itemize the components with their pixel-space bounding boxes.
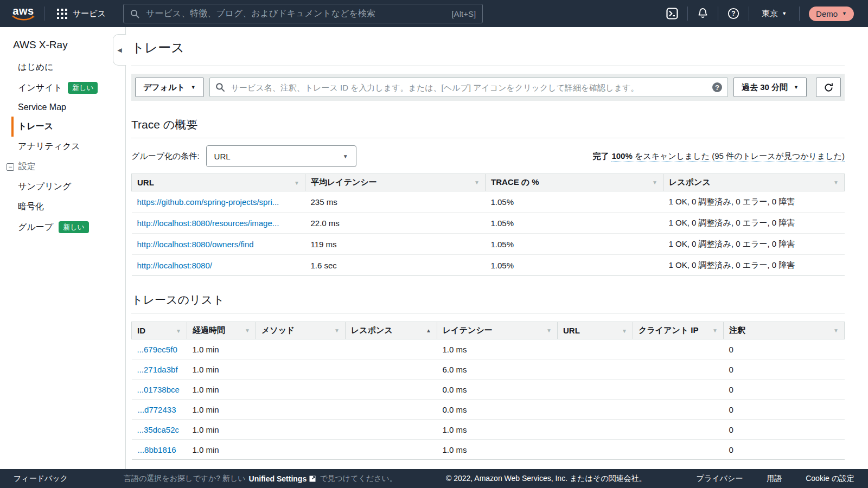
filter-help-icon[interactable]: ?	[712, 82, 722, 92]
group-by-value: URL	[214, 152, 231, 161]
sidebar-item-insights[interactable]: インサイト 新しい	[0, 78, 125, 98]
unified-settings-link[interactable]: Unified Settings	[249, 474, 317, 483]
sort-icon: ▼	[546, 328, 552, 333]
column-header-url[interactable]: URL▼	[132, 174, 305, 191]
column-header-response[interactable]: レスポンス▲	[346, 322, 437, 339]
column-label: レイテンシー	[443, 325, 493, 335]
column-header-latency[interactable]: レイテンシー▼	[437, 322, 558, 339]
terms-link[interactable]: 用語	[767, 474, 782, 484]
collapse-sidebar-button[interactable]: ◀	[113, 34, 126, 66]
column-label: レスポンス	[669, 177, 711, 187]
sidebar-item-label: アナリティクス	[18, 141, 80, 152]
column-label: URL	[563, 326, 580, 335]
global-search[interactable]: [Alt+S]	[123, 4, 483, 23]
footer-language-note: 言語の選択をお探しですか? 新しい Unified Settings で見つけて…	[124, 474, 397, 484]
sidebar-section-configuration[interactable]: − 設定	[0, 157, 125, 177]
feedback-link[interactable]: フィードバック	[14, 474, 68, 484]
url-link[interactable]: http://localhost:8080/owners/find	[137, 240, 254, 249]
sort-icon: ▼	[622, 328, 627, 334]
global-search-input[interactable]	[145, 8, 446, 19]
scan-status-detail[interactable]: 100% をスキャンしました (95 件のトレースが見つかりました)	[611, 151, 845, 162]
cell-url	[558, 380, 633, 400]
sidebar-item-label: サンプリング	[18, 181, 71, 192]
new-badge: 新しい	[59, 221, 89, 233]
scan-status: 完了100% をスキャンしました (95 件のトレースが見つかりました)	[592, 151, 845, 162]
trace-search-input[interactable]	[230, 82, 707, 93]
column-header-avg-latency[interactable]: 平均レイテンシー▼	[305, 174, 486, 191]
group-by-select[interactable]: URL ▼	[206, 145, 356, 167]
sidebar-item-label: グループ	[18, 222, 53, 233]
cell-url: http://localhost:8080/	[132, 255, 305, 276]
column-label: メソッド	[261, 325, 295, 335]
column-header-response[interactable]: レスポンス▼	[663, 174, 845, 191]
cell-client-ip	[633, 339, 724, 359]
column-label: 経過時間	[193, 325, 225, 335]
sort-icon: ▼	[245, 328, 250, 333]
title-divider	[131, 66, 845, 66]
column-label: URL	[137, 178, 154, 187]
trace-id-link[interactable]: ...679ec5f0	[137, 345, 177, 354]
top-navigation: aws サービス [Alt+S]	[0, 0, 868, 27]
services-menu-button[interactable]: サービス	[54, 8, 109, 20]
refresh-button[interactable]	[816, 78, 841, 97]
chevron-down-icon: ▼	[782, 11, 787, 16]
time-range-button[interactable]: 過去 30 分間 ▼	[733, 78, 807, 97]
cell-age: 1.0 min	[187, 359, 256, 380]
trace-id-link[interactable]: ...01738bce	[137, 385, 180, 394]
cloudshell-button[interactable]	[666, 8, 678, 20]
sidebar-item-encryption[interactable]: 暗号化	[0, 197, 125, 217]
column-header-url[interactable]: URL▼	[558, 322, 633, 339]
cell-trace-id: ...8bb1816	[132, 440, 187, 460]
scan-percentage: 100%	[611, 151, 632, 160]
sidebar-item-service-map[interactable]: Service Map	[0, 98, 125, 117]
filter-scope-button[interactable]: デフォルト ▼	[135, 78, 204, 97]
column-header-annotations[interactable]: 注釈▼	[724, 322, 845, 339]
column-header-age[interactable]: 経過時間▼	[187, 322, 256, 339]
cell-response	[346, 400, 437, 420]
external-link-icon	[309, 475, 316, 483]
trace-search-box[interactable]: ?	[209, 78, 728, 97]
help-button[interactable]: ?	[727, 8, 739, 20]
aws-logo[interactable]: aws	[12, 7, 35, 21]
cell-trace-pct: 1.05%	[486, 234, 663, 255]
table-row: https://github.com/spring-projects/spri.…	[132, 191, 845, 213]
notifications-button[interactable]	[697, 8, 709, 20]
cell-response	[346, 440, 437, 460]
collapse-section-icon: −	[7, 163, 14, 171]
url-link[interactable]: http://localhost:8080/	[137, 261, 212, 270]
column-header-trace-pct[interactable]: TRACE の %▼	[486, 174, 663, 191]
url-link[interactable]: https://github.com/spring-projects/spri.…	[137, 197, 279, 207]
table-row: ...8bb1816 1.0 min 1.0 ms 0	[132, 440, 845, 460]
table-row: http://localhost:8080/ 1.6 sec 1.05% 1 O…	[132, 255, 845, 276]
trace-id-link[interactable]: ...d772433	[138, 405, 176, 414]
table-row: http://localhost:8080/owners/find 119 ms…	[132, 234, 845, 255]
trace-id-link[interactable]: ...271da3bf	[137, 365, 178, 374]
sidebar-item-analytics[interactable]: アナリティクス	[0, 137, 125, 157]
cell-age: 1.0 min	[187, 339, 256, 359]
region-selector[interactable]: 東京 ▼	[758, 8, 790, 20]
trace-list-table: ID▼ 経過時間▼ メソッド▼ レスポンス▲ レイテンシー▼ URL▼ クライア…	[131, 322, 845, 460]
group-by-label: グループ化の条件:	[131, 151, 200, 162]
sidebar-item-traces[interactable]: トレース	[11, 117, 125, 137]
sort-asc-icon: ▲	[426, 328, 431, 333]
trace-id-link[interactable]: ...35dca52c	[137, 425, 180, 434]
column-label: TRACE の %	[491, 177, 539, 187]
sidebar-item-groups[interactable]: グループ 新しい	[0, 217, 125, 237]
cell-annotations: 0	[724, 380, 845, 400]
cell-response: 1 OK, 0 調整済み, 0 エラー, 0 障害	[663, 191, 845, 213]
trace-id-link[interactable]: ...8bb1816	[138, 445, 176, 454]
cell-response: 1 OK, 0 調整済み, 0 エラー, 0 障害	[663, 213, 845, 234]
column-header-client-ip[interactable]: クライアント IP▼	[633, 322, 724, 339]
url-link[interactable]: http://localhost:8080/resources/image...	[137, 219, 279, 228]
cell-age: 1.0 min	[187, 420, 256, 440]
column-label: レスポンス	[351, 325, 393, 335]
column-header-method[interactable]: メソッド▼	[256, 322, 346, 339]
account-menu[interactable]: Demo ▼	[809, 7, 854, 21]
cookie-preferences-link[interactable]: Cookie の設定	[806, 474, 854, 484]
sort-icon: ▼	[334, 328, 340, 333]
privacy-link[interactable]: プライバシー	[697, 474, 743, 484]
column-header-id[interactable]: ID▼	[132, 322, 187, 339]
sidebar-item-getting-started[interactable]: はじめに	[0, 57, 125, 78]
sidebar-item-sampling[interactable]: サンプリング	[0, 177, 125, 197]
cell-trace-pct: 1.05%	[486, 191, 663, 213]
